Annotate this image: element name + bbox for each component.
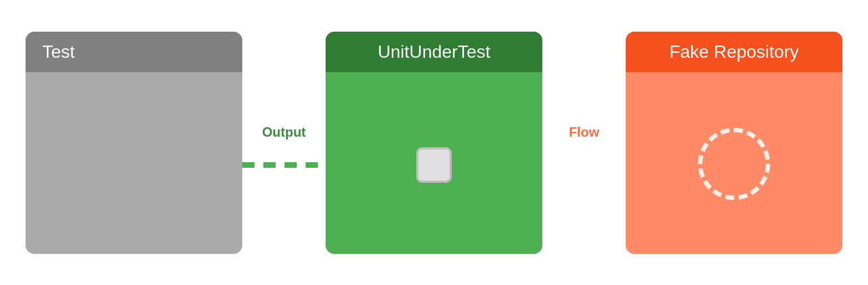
uut-box-title: UnitUnderTest [378, 42, 491, 62]
fake-box: Fake Repository [626, 32, 842, 254]
arrow-shape [548, 153, 568, 177]
square-port-shape [416, 147, 452, 183]
test-box: Test [26, 32, 242, 254]
dashed-line-green [242, 162, 326, 168]
output-label: Output [262, 124, 306, 140]
diagram: Test Output UnitUnderTest [23, 15, 845, 271]
test-box-body [26, 72, 242, 254]
uut-box: UnitUnderTest [326, 32, 542, 254]
fake-box-header: Fake Repository [626, 32, 842, 72]
uut-box-header: UnitUnderTest [326, 32, 542, 72]
fake-box-title: Fake Repository [670, 42, 799, 62]
test-box-title: Test [42, 42, 75, 62]
dashed-circle [698, 128, 770, 200]
uut-center-port [416, 147, 452, 183]
gap-right: Flow [542, 32, 626, 254]
test-box-header: Test [26, 32, 242, 72]
gap-left: Output [242, 32, 326, 254]
arrow-left [548, 153, 568, 177]
fake-box-body [626, 72, 842, 254]
flow-label: Flow [569, 124, 600, 140]
